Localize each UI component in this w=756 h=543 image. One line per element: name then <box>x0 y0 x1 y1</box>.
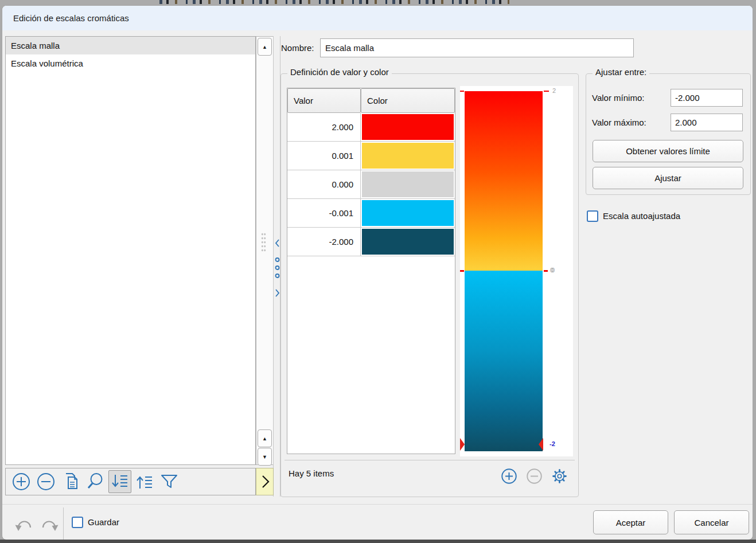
resize-grip-icon[interactable] <box>261 232 266 253</box>
gradient-top-label: 2 <box>552 87 556 94</box>
adjust-group-legend: Ajustar entre: <box>593 67 649 77</box>
value-cell[interactable]: 0.001 <box>287 142 361 170</box>
tick-top-left <box>460 91 464 92</box>
value-cell[interactable]: -2.000 <box>287 228 361 256</box>
color-cell[interactable] <box>361 142 455 170</box>
marker-bottom-left <box>460 438 465 451</box>
expand-panel-button[interactable] <box>256 468 274 495</box>
add-scale-icon[interactable] <box>10 470 33 493</box>
gradient-bar <box>465 91 543 451</box>
gradient-middle-label: 00 <box>550 267 552 274</box>
get-limit-values-button[interactable]: Obtener valores límite <box>593 140 743 162</box>
scale-list-item[interactable]: Escala malla <box>6 37 255 54</box>
cancel-button[interactable]: Cancelar <box>674 510 749 534</box>
tick-mid-left <box>460 270 464 272</box>
color-swatch <box>362 114 454 140</box>
settings-gear-icon[interactable] <box>551 467 568 485</box>
save-checkbox[interactable] <box>72 517 83 528</box>
value-color-row[interactable]: 0.000 <box>287 170 455 199</box>
auto-scale-label: Escala autoajustada <box>603 210 680 222</box>
scroll-up-button[interactable]: ▲ <box>258 38 272 56</box>
value-cell[interactable]: 2.000 <box>287 113 361 141</box>
min-value-label: Valor mínimo: <box>592 89 644 107</box>
tick-mid-right <box>544 270 548 272</box>
items-count-status: Hay 5 items <box>289 468 334 478</box>
dialog-title: Edición de escalas cromáticas <box>2 6 753 30</box>
value-color-rows: 2.0000.0010.000-0.001-2.000 <box>287 113 455 256</box>
gradient-lower <box>465 271 543 451</box>
undo-icon[interactable] <box>14 514 36 536</box>
scale-list-toolbar <box>5 468 256 495</box>
definition-group-legend: Definición de valor y color <box>287 67 392 77</box>
scale-list[interactable]: Escala mallaEscala volumétrica <box>5 36 256 465</box>
filter-icon[interactable] <box>158 470 181 493</box>
min-value-input[interactable] <box>671 89 743 107</box>
max-value-input[interactable] <box>671 114 743 131</box>
remove-scale-icon[interactable] <box>34 470 57 493</box>
definition-divider <box>285 460 575 460</box>
color-swatch <box>362 143 454 169</box>
color-swatch <box>362 200 454 226</box>
panel-splitter[interactable] <box>273 36 280 497</box>
scroll-up-button-bottom[interactable]: ▲ <box>258 429 272 447</box>
redo-icon[interactable] <box>38 514 60 536</box>
color-cell[interactable] <box>361 199 455 227</box>
value-color-row[interactable]: 2.000 <box>287 113 455 142</box>
name-input[interactable] <box>320 38 634 57</box>
sort-ascending-icon[interactable] <box>133 470 156 493</box>
scale-list-item[interactable]: Escala volumétrica <box>6 54 255 72</box>
chevron-right-icon <box>258 473 272 490</box>
max-value-label: Valor máximo: <box>592 114 646 131</box>
remove-row-icon[interactable] <box>525 467 543 485</box>
adjust-group: Ajustar entre: Valor mínimo: Valor máxim… <box>586 73 751 195</box>
gradient-preview-panel: 2 00 -2 <box>460 86 573 456</box>
scroll-down-button[interactable]: ▼ <box>258 448 272 466</box>
background-window-edge <box>159 0 509 4</box>
auto-scale-checkbox[interactable] <box>587 210 598 222</box>
screen: Edición de escalas cromáticas Escala mal… <box>0 0 756 543</box>
search-icon[interactable] <box>84 470 107 493</box>
color-cell[interactable] <box>361 228 455 256</box>
table-header-cell[interactable]: Color <box>361 88 455 113</box>
definition-group: Definición de valor y color Valor Color … <box>280 73 579 497</box>
table-header-cell[interactable]: Valor <box>287 88 361 113</box>
accept-button[interactable]: Aceptar <box>593 510 668 534</box>
name-label: Nombre: <box>281 38 314 57</box>
add-row-icon[interactable] <box>500 467 518 485</box>
footer-divider <box>2 504 753 505</box>
color-scale-editor-dialog: Edición de escalas cromáticas Escala mal… <box>2 5 753 540</box>
value-cell[interactable]: 0.000 <box>287 170 361 198</box>
gradient-upper <box>465 91 543 271</box>
value-color-row[interactable]: 0.001 <box>287 142 455 170</box>
tick-top-right <box>544 91 549 92</box>
adjust-button[interactable]: Ajustar <box>593 167 743 189</box>
color-cell[interactable] <box>361 113 455 141</box>
gradient-bottom-label: -2 <box>550 440 555 447</box>
save-label: Guardar <box>88 516 119 529</box>
color-cell[interactable] <box>361 170 455 198</box>
value-cell[interactable]: -0.001 <box>287 199 361 227</box>
copy-scale-icon[interactable] <box>59 470 82 493</box>
window-bottom-edge <box>0 540 756 543</box>
value-color-table[interactable]: Valor Color 2.0000.0010.000-0.001-2.000 <box>287 88 455 454</box>
color-swatch <box>362 171 454 197</box>
color-swatch <box>362 229 454 255</box>
footer-separator <box>63 507 64 540</box>
value-color-row[interactable]: -0.001 <box>287 199 455 228</box>
sort-descending-icon[interactable] <box>108 470 131 493</box>
marker-bottom-right <box>539 438 543 451</box>
value-color-row[interactable]: -2.000 <box>287 228 455 256</box>
table-header-row: Valor Color <box>287 88 455 113</box>
